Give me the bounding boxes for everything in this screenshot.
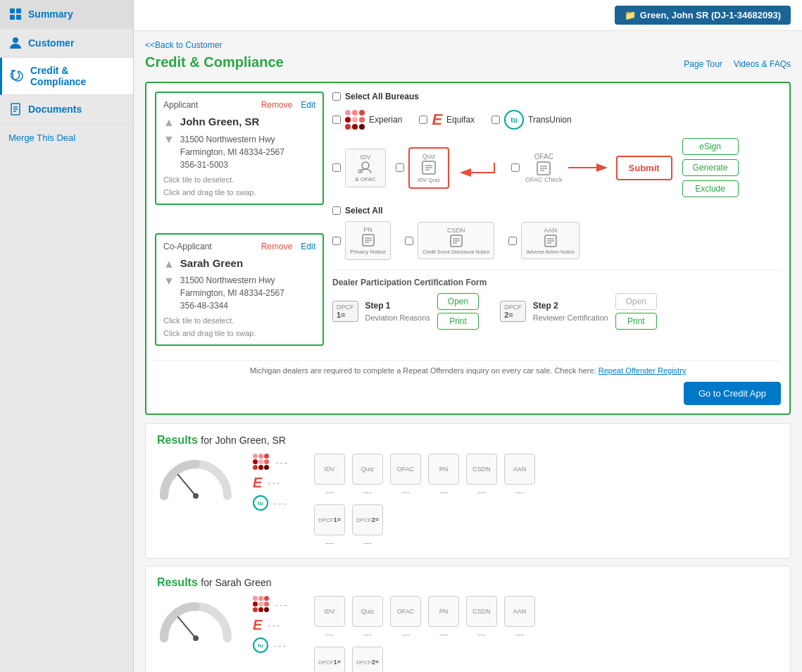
- equifax-checkbox[interactable]: [419, 116, 427, 124]
- applicant-info-2: ▲▼ Sarah Green 31500 Northwestern Hwy Fa…: [163, 256, 315, 313]
- gauge-1: [157, 596, 234, 647]
- dpcf1-icon: DPCF 1=: [332, 301, 358, 322]
- remove-applicant-1[interactable]: Remove: [261, 100, 293, 110]
- aan-checkbox[interactable]: [508, 237, 517, 245]
- repeat-offender-link[interactable]: Repeat Offender Registry: [599, 366, 687, 375]
- edit-applicant-1[interactable]: Edit: [301, 100, 315, 110]
- ofac-check-label: OFAC Check: [525, 176, 563, 183]
- privacy-notice-checkbox[interactable]: [332, 237, 341, 245]
- exp-dot: [345, 117, 351, 123]
- experian-label: Experian: [369, 115, 402, 125]
- videos-faqs-link[interactable]: Videos & FAQs: [734, 59, 791, 69]
- idv-icon: [357, 161, 374, 175]
- applicant-actions-2: Remove Edit: [261, 242, 315, 251]
- tile-icon-1-1: Quiz: [352, 596, 383, 627]
- address-line2-2: Farmington, MI 48334-2567: [180, 287, 284, 299]
- dpcf-result-tile-0-0: DPCF 1= ---: [314, 504, 345, 548]
- sidebar-item-label: Credit & Compliance: [30, 65, 125, 87]
- generate-button[interactable]: Generate: [682, 159, 739, 176]
- result-tile-1-4: CSDN ---: [466, 596, 497, 640]
- aan-group: AAN Adverse Action Notice: [508, 222, 579, 259]
- svg-rect-0: [10, 8, 15, 13]
- tile-icon-0-0: IDV: [314, 454, 345, 485]
- experian-checkbox[interactable]: [332, 116, 341, 124]
- sidebar-item-credit-compliance[interactable]: Credit & Compliance: [0, 58, 133, 95]
- panel-inner: Applicant Remove Edit ▲▼: [155, 92, 781, 353]
- idv-checkbox[interactable]: [332, 163, 341, 172]
- score-value-0-1: ---: [268, 478, 281, 488]
- dpcf2-print-button[interactable]: Print: [615, 313, 657, 330]
- sidebar-item-label: Documents: [28, 104, 82, 115]
- esign-button[interactable]: eSign: [682, 138, 739, 155]
- result-tile-0-1: Quiz ---: [352, 454, 383, 497]
- dpcf-tile-icon-0-1: DPCF 2=: [352, 504, 383, 535]
- tile-icon-0-4: CSDN: [466, 454, 497, 485]
- score-row-0-0: ---: [253, 454, 289, 471]
- csdn-tile[interactable]: CSDN Credit Score Disclosure Notice: [418, 222, 494, 259]
- quiz-icon: [420, 160, 437, 175]
- idv-tile[interactable]: IDV & OFAC: [345, 149, 386, 187]
- result-tile-0-4: CSDN ---: [466, 454, 497, 497]
- drag-handle-2[interactable]: ▲▼: [163, 256, 175, 313]
- exp-dot: [359, 117, 365, 123]
- dpcf2-open-button[interactable]: Open: [615, 293, 657, 310]
- remove-applicant-2[interactable]: Remove: [261, 242, 293, 251]
- transunion-checkbox[interactable]: [491, 116, 500, 124]
- tile-icon-0-1: Quiz: [352, 454, 383, 485]
- tile-sub-1-1: ---: [363, 630, 372, 640]
- exclude-button[interactable]: Exclude: [682, 180, 739, 197]
- applicant-type-1: Applicant: [163, 100, 198, 110]
- tile-icon-0-2: OFAC: [390, 454, 421, 485]
- drag-handle-1[interactable]: ▲▼: [163, 114, 175, 171]
- quiz-tile[interactable]: Quiz IDV Quiz: [408, 147, 449, 189]
- info-bar: Michigan dealers are required to complet…: [155, 360, 781, 375]
- sidebar-item-customer[interactable]: Customer: [0, 29, 133, 58]
- aan-tile[interactable]: AAN Adverse Action Notice: [521, 222, 579, 259]
- privacy-notice-tile[interactable]: PN Privacy Notice: [345, 221, 391, 260]
- dpcf2-info: Step 2 Reviewer Certification: [533, 301, 608, 322]
- svg-point-9: [362, 162, 369, 169]
- select-all-docs-checkbox[interactable]: [332, 206, 341, 215]
- hint1-2: Click tile to deselect.: [163, 316, 315, 325]
- tile-icon-1-3: PN: [428, 596, 459, 627]
- dpcf1-open-button[interactable]: Open: [437, 293, 479, 310]
- equifax-logo: E: [432, 111, 442, 129]
- page-links: Page Tour Videos & FAQs: [684, 59, 791, 69]
- csdn-checkbox[interactable]: [405, 237, 413, 245]
- transunion-label: TransUnion: [528, 115, 572, 125]
- tile-icon-1-2: OFAC: [390, 596, 421, 627]
- merge-deal-link[interactable]: Merge This Deal: [8, 132, 75, 143]
- ofac-checkbox[interactable]: [511, 163, 520, 172]
- select-all-bureaus-label: Select All Bureaus: [345, 92, 419, 101]
- dpcf2-icon: DPCF 2=: [500, 301, 526, 322]
- grid-icon: [8, 7, 23, 21]
- go-to-credit-app-button[interactable]: Go to Credit App: [684, 382, 781, 405]
- tile-sub-1-3: ---: [439, 630, 448, 640]
- tile-sub-1-2: ---: [401, 630, 410, 640]
- score-value-0-0: ---: [275, 457, 289, 468]
- quiz-checkbox[interactable]: [396, 163, 404, 172]
- dpcf1-print-button[interactable]: Print: [437, 313, 479, 330]
- csdn-group: CSDN Credit Score Disclosure Notice: [405, 222, 494, 259]
- sidebar-item-documents[interactable]: Documents: [0, 95, 133, 124]
- page-tour-link[interactable]: Page Tour: [684, 59, 722, 69]
- sidebar-item-summary[interactable]: Summary: [0, 0, 133, 29]
- applicant-name-2: Sarah Green: [180, 256, 284, 272]
- result-tiles-0: IDV --- Quiz --- OFAC --- PN --- CSDN --…: [314, 454, 535, 548]
- tile-sub-1-0: ---: [325, 630, 334, 640]
- privacy-label: Privacy Notice: [350, 249, 386, 255]
- docs-items-row: PN Privacy Notice: [332, 221, 781, 260]
- tile-sub-0-0: ---: [325, 487, 334, 497]
- dpcf-result-tile-1-0: DPCF 1= ---: [314, 647, 345, 672]
- select-all-bureaus-checkbox[interactable]: [332, 92, 341, 101]
- dpcf-step2: DPCF 2= Step 2 Reviewer Certification Op…: [500, 293, 657, 330]
- main-panel: Applicant Remove Edit ▲▼: [145, 82, 791, 415]
- back-link[interactable]: <<Back to Customer: [145, 40, 222, 50]
- edit-applicant-2[interactable]: Edit: [301, 242, 315, 251]
- merge-deal[interactable]: Merge This Deal: [0, 124, 133, 151]
- doc-icon: [8, 102, 23, 116]
- submit-button[interactable]: Submit: [616, 156, 672, 180]
- bureaus-top-row: Experian E Equifax tu: [332, 110, 781, 130]
- svg-rect-3: [16, 15, 21, 20]
- applicant-info-1: ▲▼ John Green, SR 31500 Northwestern Hwy…: [163, 114, 315, 171]
